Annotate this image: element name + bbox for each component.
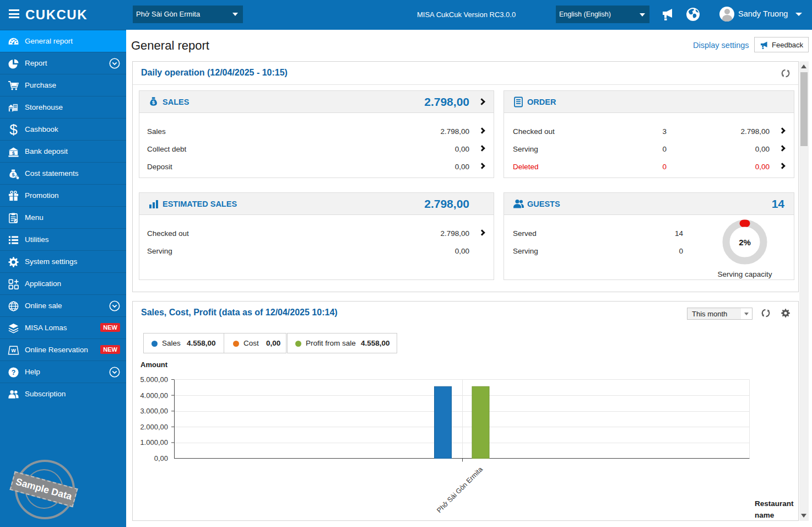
svg-text:$: $	[12, 150, 15, 156]
svg-text:?: ?	[12, 369, 16, 377]
svg-text:1.000,00: 1.000,00	[140, 438, 168, 447]
svg-text:000: 000	[9, 106, 13, 109]
svg-text:2.000,00: 2.000,00	[140, 423, 168, 431]
svg-text:w: w	[10, 347, 16, 353]
svg-text:$: $	[12, 172, 14, 178]
svg-text:$: $	[152, 100, 155, 105]
svg-text:2%: 2%	[739, 238, 751, 247]
svg-text:4.000,00: 4.000,00	[140, 391, 168, 400]
svg-text:5.000,00: 5.000,00	[140, 375, 168, 384]
svg-text:0,00: 0,00	[154, 454, 168, 463]
svg-text:3.000,00: 3.000,00	[140, 407, 168, 415]
svg-text:Phở Sài Gòn Ermita: Phở Sài Gòn Ermita	[435, 465, 484, 514]
svg-text:Amount: Amount	[140, 361, 168, 369]
